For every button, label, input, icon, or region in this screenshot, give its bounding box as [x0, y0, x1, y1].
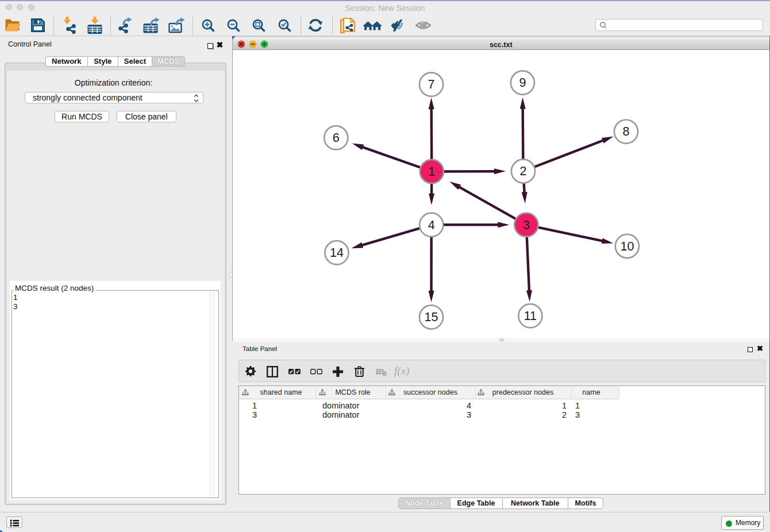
svg-text:15: 15	[424, 310, 438, 324]
svg-text:7: 7	[428, 78, 434, 91]
svg-text:f(x): f(x)	[394, 365, 409, 377]
svg-text:9: 9	[519, 76, 526, 90]
svg-text:10: 10	[620, 239, 634, 253]
svg-text:6: 6	[332, 131, 339, 145]
svg-text:2: 2	[519, 164, 526, 178]
svg-text:4: 4	[428, 218, 434, 232]
svg-text:8: 8	[622, 125, 629, 138]
svg-text:11: 11	[523, 309, 536, 323]
svg-text:14: 14	[330, 246, 344, 260]
svg-text:1: 1	[428, 164, 435, 178]
svg-text:3: 3	[522, 218, 529, 232]
